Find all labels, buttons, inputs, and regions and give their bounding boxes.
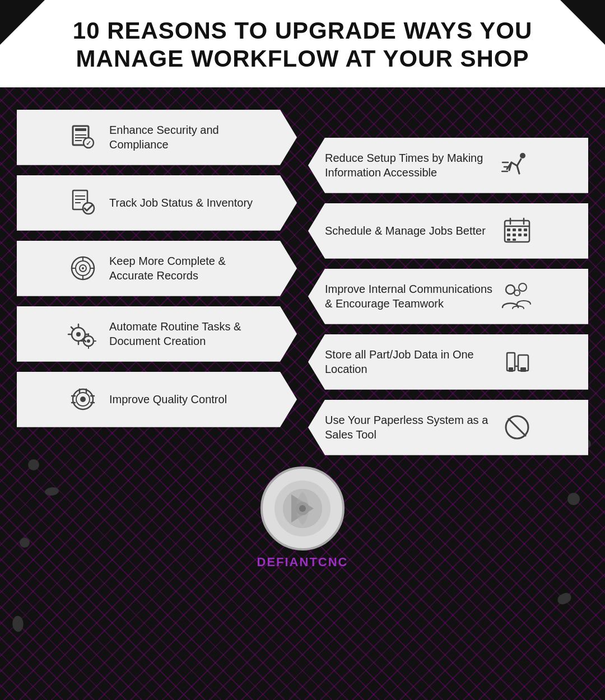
svg-rect-32 xyxy=(507,228,510,231)
right-column: Reduce Setup Times by Making Information… xyxy=(302,110,588,455)
decorative-blob xyxy=(11,615,25,632)
store-data-text: Store all Part/Job Data in One Location xyxy=(325,347,493,376)
list-item: Improve Quality Control xyxy=(17,372,297,427)
records-icon xyxy=(67,253,98,284)
keep-records-text: Keep More Complete & Accurate Records xyxy=(109,254,263,283)
svg-point-21 xyxy=(76,332,81,337)
svg-rect-33 xyxy=(513,228,516,231)
svg-rect-37 xyxy=(513,234,516,236)
svg-rect-39 xyxy=(524,234,527,236)
calendar-icon xyxy=(501,216,532,246)
svg-rect-40 xyxy=(507,239,510,241)
automate-tasks-text: Automate Routine Tasks & Document Creati… xyxy=(109,319,263,348)
checklist-icon xyxy=(67,188,98,218)
svg-rect-46 xyxy=(509,367,513,372)
left-column: ✓ Enhance Security and Compliance Track … xyxy=(17,110,302,455)
list-item: Store all Part/Job Data in One Location xyxy=(308,334,588,390)
track-job-text: Track Job Status & Inventory xyxy=(109,195,253,210)
list-item: Automate Routine Tasks & Document Creati… xyxy=(17,306,297,362)
list-item: Keep More Complete & Accurate Records xyxy=(17,241,297,296)
brand-name: DEFIANTCNC xyxy=(257,555,348,570)
svg-rect-36 xyxy=(507,234,510,236)
svg-rect-35 xyxy=(524,228,527,231)
svg-point-43 xyxy=(519,283,527,291)
decorative-blob xyxy=(556,591,573,605)
list-item: Reduce Setup Times by Making Information… xyxy=(308,138,588,193)
svg-text:✓: ✓ xyxy=(86,139,91,147)
svg-rect-48 xyxy=(520,367,526,372)
list-item: Improve Internal Communications & Encour… xyxy=(308,269,588,324)
reduce-setup-text: Reduce Setup Times by Making Information… xyxy=(325,151,493,180)
running-icon xyxy=(501,150,532,181)
improve-quality-text: Improve Quality Control xyxy=(109,392,227,407)
svg-rect-1 xyxy=(75,128,86,131)
quality-icon xyxy=(67,384,98,415)
svg-point-26 xyxy=(80,396,86,402)
brand-main: DEFIANT xyxy=(257,555,318,569)
storage-icon xyxy=(501,347,532,377)
list-item: ✓ Enhance Security and Compliance xyxy=(17,110,297,165)
svg-point-42 xyxy=(506,285,515,294)
page-footer: DEFIANTCNC xyxy=(0,466,605,581)
list-item: Track Job Status & Inventory xyxy=(17,175,297,231)
svg-point-15 xyxy=(82,267,84,269)
enhance-security-text: Enhance Security and Compliance xyxy=(109,123,263,152)
svg-point-23 xyxy=(87,339,90,343)
brand-accent: CNC xyxy=(318,555,348,569)
svg-rect-34 xyxy=(518,228,522,231)
svg-point-54 xyxy=(299,505,306,512)
page-header: 10 REASONS TO UPGRADE WAYS YOU MANAGE WO… xyxy=(0,0,605,87)
improve-comms-text: Improve Internal Communications & Encour… xyxy=(325,282,493,311)
svg-point-27 xyxy=(520,153,525,158)
svg-rect-41 xyxy=(513,239,516,241)
automation-icon xyxy=(67,319,98,349)
svg-point-44 xyxy=(514,290,520,296)
security-icon: ✓ xyxy=(67,122,98,153)
teamwork-icon xyxy=(501,281,532,312)
page-title: 10 REASONS TO UPGRADE WAYS YOU MANAGE WO… xyxy=(34,17,571,73)
no-symbol-icon xyxy=(501,412,532,443)
main-content: ✓ Enhance Security and Compliance Track … xyxy=(0,93,605,461)
brand-logo xyxy=(260,466,345,550)
svg-rect-38 xyxy=(518,234,522,236)
list-item: Schedule & Manage Jobs Better xyxy=(308,203,588,259)
svg-line-51 xyxy=(509,419,525,436)
list-item: Use Your Paperless System as a Sales Too… xyxy=(308,400,588,455)
sales-tool-text: Use Your Paperless System as a Sales Too… xyxy=(325,413,493,442)
schedule-jobs-text: Schedule & Manage Jobs Better xyxy=(325,223,486,238)
